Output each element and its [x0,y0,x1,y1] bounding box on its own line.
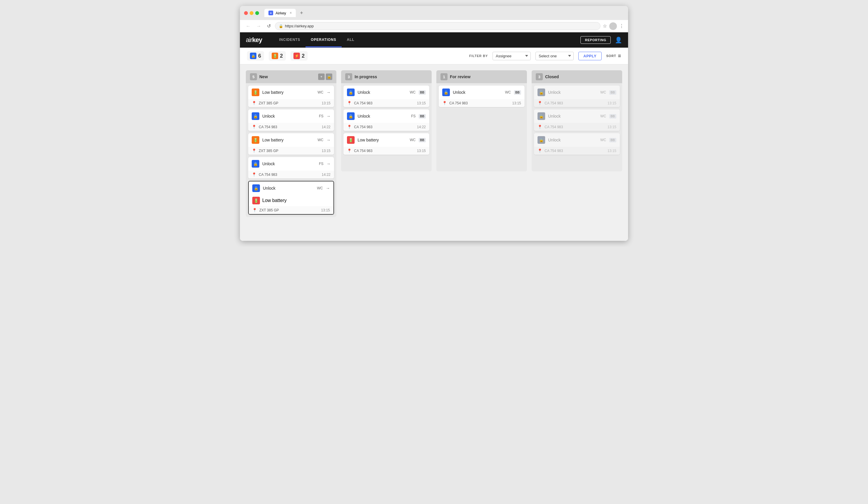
browser-tab[interactable]: a Airkey × [264,9,296,17]
filter-bar: 🔒 6 🔋 2 ⚡ 2 FILTER BY Assignee Select on… [240,48,628,64]
card-code: FS [319,114,323,118]
card-arrow-icon: → [327,90,331,95]
col-header-new: 5 New + 🔒 [246,70,337,83]
card-time: 13:15 [608,101,616,105]
card-location: ZXT 385 GP [259,101,319,105]
bookmark-button[interactable]: ☆ [603,23,607,29]
card-cl-3[interactable]: 🔒 Unlock WC BB 📍 CA 754 983 13:15 [534,133,620,155]
card-pin-icon: 📍 [252,172,256,177]
card-code: WC [318,138,323,142]
card-tag: BB [514,90,521,95]
card-code: WC [600,138,606,142]
card-new-4[interactable]: 🔒 Unlock FS → 📍 CA 754 983 14:22 [248,157,334,178]
card-tag: BB [419,90,426,95]
card-icon-battery: 🔋 [252,89,259,96]
card-pin-icon: 📍 [347,101,352,105]
card-pin-icon: 📍 [537,101,542,105]
col-title-in-progress: In progress [355,74,427,79]
col-count-in-progress: 3 [345,73,352,80]
app-logo: airkey [246,36,262,44]
col-actions-new: + 🔒 [318,73,332,80]
close-window-button[interactable] [244,11,248,15]
card-arrow-icon: → [327,162,331,166]
url-text: https://airkey.app [285,24,314,28]
col-title-for-review: For review [450,74,523,79]
col-body-for-review: 🔒 Unlock WC BB 📍 CA 754 983 13:15 [436,83,527,172]
card-location: ZXT 385 GP [259,149,319,153]
lock-column-button[interactable]: 🔒 [326,73,332,80]
card-cl-2[interactable]: 🔒 Unlock WC BB 📍 CA 754 983 13:15 [534,110,620,131]
card-pin-icon: 📍 [537,148,542,153]
card-code: WC [505,90,511,94]
card-new-2[interactable]: 🔒 Unlock FS → 📍 CA 754 983 14:22 [248,110,334,131]
card-pin-icon: 📍 [252,101,256,105]
card-ip-2[interactable]: 🔒 Unlock FS BB 📍 CA 754 983 14:22 [343,110,429,131]
forward-button[interactable]: → [255,23,263,29]
app-container: airkey INCIDENTS OPERATIONS ALL REPORTIN… [240,32,628,241]
tab-favicon: a [268,11,273,15]
col-body-new: 🔋 Low battery WC → 📍 ZXT 385 GP 13:15 [246,83,337,217]
app-nav: airkey INCIDENTS OPERATIONS ALL REPORTIN… [240,32,628,48]
card-arrow-icon: → [326,186,330,191]
card-code: FS [319,162,323,166]
reporting-button[interactable]: REPORTING [580,36,611,44]
apply-button[interactable]: APPLY [578,52,602,60]
add-card-button[interactable]: + [318,73,324,80]
card-title: Unlock [548,90,598,95]
card-title: Unlock [262,162,316,166]
card-title: Low battery [358,137,407,142]
card-icon-lock: 🔒 [347,89,355,96]
column-new: 5 New + 🔒 🔋 Low battery WC → [246,70,337,235]
ssl-lock-icon: 🔒 [279,24,283,28]
card-tag: BB [609,114,616,119]
card-location: ZXT 385 GP [259,208,319,212]
assignee-select[interactable]: Assignee [493,52,531,60]
col-header-in-progress: 3 In progress [341,70,432,83]
card-ip-1[interactable]: 🔒 Unlock WC BB 📍 CA 754 983 13:15 [343,85,429,107]
user-profile-icon[interactable]: 👤 [615,37,622,43]
col-body-closed: 🔒 Unlock WC BB 📍 CA 754 983 13:15 [531,83,622,172]
maximize-window-button[interactable] [255,11,259,15]
browser-titlebar: a Airkey × + [240,6,628,20]
card-location: CA 754 983 [449,101,510,105]
address-bar[interactable]: 🔒 https://airkey.app [275,22,600,30]
traffic-lights [244,11,259,15]
tab-close-button[interactable]: × [290,11,292,15]
card-pin-icon: 📍 [252,148,256,153]
browser-menu-button[interactable]: ⋮ [619,23,624,29]
card-time: 13:15 [322,149,331,153]
card-code: WC [410,138,416,142]
new-tab-button[interactable]: + [298,10,305,16]
select-one-dropdown[interactable]: Select one [536,52,574,60]
nav-operations[interactable]: OPERATIONS [306,33,341,47]
card-ip-3[interactable]: 🔋 Low battery WC BB 📍 CA 754 983 13:15 [343,133,429,155]
col-body-in-progress: 🔒 Unlock WC BB 📍 CA 754 983 13:15 [341,83,432,172]
nav-incidents[interactable]: INCIDENTS [274,33,306,47]
card-title: Unlock [358,114,408,119]
column-closed: 3 Closed 🔒 Unlock WC BB [531,70,622,235]
card-location: CA 754 983 [545,125,605,129]
card-tag: BB [419,138,426,142]
card-time: 14:22 [322,173,331,177]
card-cl-1[interactable]: 🔒 Unlock WC BB 📍 CA 754 983 13:15 [534,85,620,107]
card-time: 14:22 [417,125,426,129]
browser-profile[interactable] [609,22,617,30]
card-new-3[interactable]: 🔋 Low battery WC → 📍 ZXT 385 GP 13:15 [248,133,334,155]
filter-by-label: FILTER BY [469,54,488,58]
card-location: CA 754 983 [545,101,605,105]
refresh-button[interactable]: ↺ [265,23,272,29]
card-location: CA 754 983 [259,125,319,129]
sort-icon[interactable]: ≡ [618,53,621,59]
card-new-5[interactable]: 🔒 Unlock WC → 🔋 Low battery 📍 ZXT 385 GP [248,181,334,215]
nav-all[interactable]: ALL [342,33,360,47]
card-new-1[interactable]: 🔋 Low battery WC → 📍 ZXT 385 GP 13:15 [248,85,334,107]
card-icon-battery: 🔋 [252,136,259,144]
card-title: Unlock [453,90,502,95]
col-title-closed: Closed [545,74,618,79]
card-tag: BB [419,114,426,119]
minimize-window-button[interactable] [250,11,254,15]
inner-badge-title: Low battery [262,198,287,203]
card-title: Low battery [262,137,314,142]
back-button[interactable]: ← [244,23,252,29]
card-fr-1[interactable]: 🔒 Unlock WC BB 📍 CA 754 983 13:15 [439,85,525,107]
